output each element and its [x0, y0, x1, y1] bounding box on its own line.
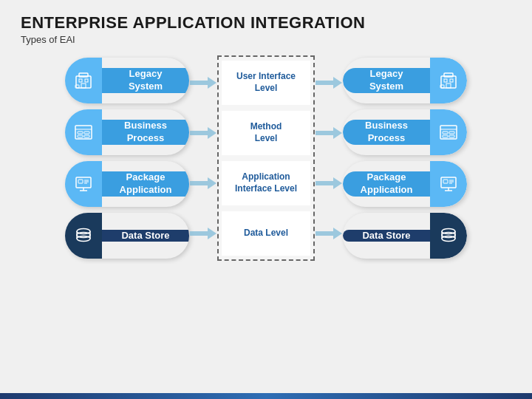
process-icon-right: [430, 109, 467, 155]
left-package-label: PackageApplication: [102, 171, 189, 197]
monitor-icon-right: [430, 161, 467, 207]
svg-rect-8: [78, 132, 83, 134]
svg-rect-49: [443, 180, 448, 183]
svg-rect-15: [78, 180, 83, 183]
svg-marker-28: [190, 177, 216, 189]
center-column: User InterfaceLevel MethodLevel Applicat…: [217, 55, 315, 261]
svg-marker-27: [190, 127, 216, 139]
page-subtitle: Types of EAI: [21, 34, 511, 45]
right-business-label: BusinessProcess: [343, 120, 430, 145]
right-legacy-system: LegacySystem: [343, 58, 467, 103]
right-package-app: PackageApplication: [343, 161, 467, 207]
right-arrow-1: [315, 61, 343, 105]
svg-rect-36: [444, 79, 447, 82]
left-arrow-1: [189, 61, 217, 105]
slide: ENTERPRISE APPLICATION INTEGRATION Types…: [0, 0, 532, 399]
svg-marker-33: [316, 228, 342, 239]
building-icon-right-1: [430, 58, 467, 103]
right-legacy-label: LegacySystem: [343, 68, 430, 93]
left-business-process: BusinessProcess: [65, 109, 189, 155]
center-app-interface: ApplicationInterface Level: [222, 161, 310, 205]
svg-rect-9: [78, 135, 83, 137]
left-arrow-3: [189, 161, 217, 205]
svg-marker-30: [316, 77, 342, 89]
svg-rect-3: [85, 79, 88, 82]
svg-rect-42: [443, 132, 448, 134]
svg-rect-4: [81, 83, 86, 88]
page-title: ENTERPRISE APPLICATION INTEGRATION: [21, 13, 511, 33]
center-user-interface: User InterfaceLevel: [222, 61, 310, 105]
left-package-app: PackageApplication: [65, 161, 189, 207]
svg-rect-0: [76, 76, 91, 88]
svg-marker-26: [190, 77, 216, 89]
left-data-store: Data Store: [65, 213, 189, 259]
left-legacy-system: LegacySystem: [65, 58, 189, 103]
right-datastore-label: Data Store: [343, 230, 430, 242]
database-icon-left: [65, 213, 102, 259]
svg-marker-29: [190, 228, 216, 239]
svg-rect-45: [449, 135, 454, 137]
svg-rect-37: [450, 79, 453, 82]
right-arrows: [315, 55, 343, 261]
monitor-icon-left: [65, 161, 102, 207]
right-arrow-3: [315, 161, 343, 205]
left-legacy-label: LegacySystem: [102, 68, 189, 93]
left-datastore-label: Data Store: [102, 230, 189, 242]
svg-point-23: [77, 236, 90, 242]
svg-rect-43: [443, 135, 448, 137]
svg-rect-38: [446, 83, 451, 88]
svg-rect-44: [449, 132, 454, 134]
process-icon-left: [65, 109, 102, 155]
right-business-process: BusinessProcess: [343, 109, 467, 155]
svg-rect-2: [79, 79, 82, 82]
right-data-store: Data Store: [343, 213, 467, 259]
right-package-label: PackageApplication: [343, 171, 430, 197]
left-arrow-4: [189, 211, 217, 256]
svg-rect-10: [84, 132, 89, 134]
svg-rect-1: [79, 73, 88, 77]
building-icon-left-1: [65, 58, 102, 103]
left-business-label: BusinessProcess: [102, 120, 189, 145]
left-column: LegacySystem BusinessProcess: [65, 55, 189, 261]
bottom-bar: [0, 393, 532, 399]
svg-point-57: [442, 236, 455, 242]
database-icon-right: [430, 213, 467, 259]
svg-marker-32: [316, 177, 342, 189]
center-data-level: Data Level: [222, 211, 310, 256]
left-arrows: [189, 55, 217, 261]
svg-rect-35: [444, 73, 453, 77]
left-arrow-2: [189, 111, 217, 155]
right-column: LegacySystem BusinessProcess: [343, 55, 467, 261]
diagram: LegacySystem BusinessProcess: [21, 55, 511, 261]
svg-rect-34: [441, 76, 456, 88]
center-method-level: MethodLevel: [222, 111, 310, 155]
svg-rect-11: [84, 135, 89, 137]
svg-marker-31: [316, 127, 342, 139]
right-arrow-4: [315, 211, 343, 256]
right-arrow-2: [315, 111, 343, 155]
